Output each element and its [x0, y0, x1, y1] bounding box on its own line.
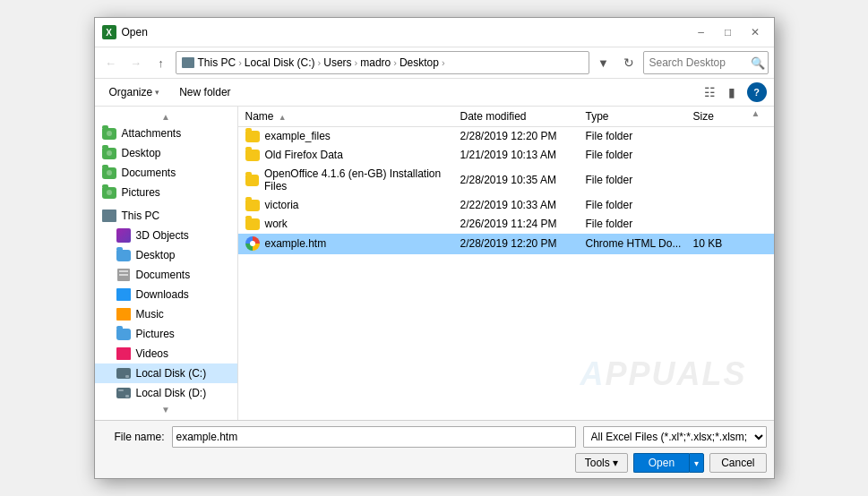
- dropdown-button[interactable]: ▼: [593, 53, 614, 73]
- sidebar-item-pictures-qa[interactable]: Pictures: [95, 183, 237, 202]
- col-header-type[interactable]: Type: [586, 110, 693, 123]
- file-cell-type: File folder: [586, 130, 693, 142]
- file-area: ▲ Name ▲ Date modified Type Size: [238, 107, 774, 420]
- breadcrumb-sep-1: ›: [238, 57, 242, 68]
- breadcrumb-segment-label: This PC: [198, 56, 236, 69]
- view-list-button[interactable]: ▮: [722, 82, 742, 102]
- title-bar: X Open – □ ✕: [95, 18, 774, 47]
- documents-icon: [116, 268, 131, 282]
- view-details-button[interactable]: ☷: [700, 82, 720, 102]
- folder-green-icon-2: [102, 146, 116, 160]
- file-cell-type: File folder: [586, 218, 693, 230]
- videos-icon: [116, 346, 131, 361]
- breadcrumb-local-disk[interactable]: Local Disk (C:): [245, 56, 315, 69]
- open-button-group: Open ▾: [633, 453, 704, 473]
- col-header-date[interactable]: Date modified: [460, 110, 586, 123]
- chrome-file-icon: [245, 236, 260, 251]
- dialog-title: Open: [122, 26, 684, 38]
- help-button[interactable]: ?: [747, 82, 767, 102]
- sidebar-item-local-disk-c[interactable]: Local Disk (C:): [95, 363, 237, 383]
- search-input[interactable]: [643, 51, 769, 74]
- scroll-down-indicator[interactable]: ▼: [95, 403, 237, 416]
- filename-label: File name:: [102, 431, 165, 443]
- scroll-up-indicator[interactable]: ▲: [95, 110, 237, 124]
- up-button[interactable]: ↑: [150, 53, 172, 73]
- forward-button[interactable]: →: [125, 53, 147, 73]
- file-cell-type: File folder: [586, 199, 693, 211]
- breadcrumb-users[interactable]: Users: [323, 56, 351, 69]
- table-row[interactable]: work 2/26/2019 11:24 PM File folder: [238, 215, 774, 234]
- sidebar-item-videos[interactable]: Videos: [95, 344, 237, 363]
- search-button[interactable]: 🔍: [751, 56, 765, 70]
- filename-input[interactable]: [172, 426, 576, 448]
- file-cell-date: 1/21/2019 10:13 AM: [460, 149, 586, 161]
- breadcrumb-sep-2: ›: [318, 57, 322, 68]
- table-row[interactable]: OpenOffice 4.1.6 (en-GB) Installation Fi…: [238, 165, 774, 196]
- sidebar-item-pictures[interactable]: Pictures: [95, 324, 237, 344]
- open-button[interactable]: Open: [633, 453, 689, 473]
- music-icon: [116, 307, 131, 321]
- file-cell-type: Chrome HTML Do...: [586, 237, 693, 250]
- folder-green-icon: [102, 126, 116, 141]
- organize-button[interactable]: Organize ▾: [102, 84, 168, 100]
- sidebar-item-downloads[interactable]: Downloads: [95, 285, 237, 304]
- window-controls: – □ ✕: [690, 23, 767, 41]
- sidebar-label-desktop: Desktop: [136, 249, 176, 261]
- sidebar-label-local-disk-c: Local Disk (C:): [136, 367, 207, 380]
- sidebar-item-desktop-qa[interactable]: Desktop: [95, 143, 237, 163]
- open-dropdown-button[interactable]: ▾: [689, 453, 704, 473]
- sidebar-label-attachments: Attachments: [122, 127, 182, 140]
- sidebar-label-local-disk-d: Local Disk (D:): [136, 387, 207, 399]
- file-cell-name: example.htm: [245, 236, 460, 251]
- watermark: APPUALS: [580, 355, 746, 393]
- file-cell-name: work: [245, 218, 460, 230]
- tools-button[interactable]: Tools ▾: [575, 453, 628, 473]
- back-button[interactable]: ←: [100, 53, 122, 73]
- folder-yellow-icon: [245, 218, 260, 230]
- harddisk-icon: [116, 366, 131, 381]
- sidebar-label-music: Music: [136, 308, 164, 321]
- file-scroll-up[interactable]: ▲: [747, 107, 765, 120]
- file-cell-name: OpenOffice 4.1.6 (en-GB) Installation Fi…: [245, 167, 460, 192]
- sidebar-label-pictures: Pictures: [136, 328, 175, 340]
- table-row[interactable]: example_files 2/28/2019 12:20 PM File fo…: [238, 127, 774, 146]
- table-row[interactable]: victoria 2/22/2019 10:33 AM File folder: [238, 196, 774, 215]
- breadcrumb-desktop[interactable]: Desktop: [400, 56, 439, 69]
- sidebar-item-desktop[interactable]: Desktop: [95, 245, 237, 265]
- close-button[interactable]: ✕: [743, 23, 767, 41]
- sidebar-item-music[interactable]: Music: [95, 304, 237, 324]
- breadcrumb-bar[interactable]: This PC › Local Disk (C:) › Users › madr…: [176, 51, 589, 74]
- file-cell-name: victoria: [245, 199, 460, 211]
- col-header-name[interactable]: Name ▲: [245, 110, 460, 123]
- tools-label: Tools: [585, 457, 610, 469]
- sidebar-item-documents-qa[interactable]: Documents: [95, 163, 237, 183]
- sidebar-item-this-pc[interactable]: This PC: [95, 206, 237, 226]
- cancel-button[interactable]: Cancel: [709, 453, 766, 473]
- folder-green-icon-3: [102, 166, 116, 180]
- minimize-button[interactable]: –: [690, 23, 713, 41]
- table-row-selected[interactable]: example.htm 2/28/2019 12:20 PM Chrome HT…: [238, 234, 774, 254]
- sidebar-item-local-disk-d[interactable]: Local Disk (D:): [95, 383, 237, 403]
- new-folder-button[interactable]: New folder: [172, 84, 237, 100]
- view-buttons: ☷ ▮: [700, 82, 742, 102]
- sidebar-label-desktop-qa: Desktop: [122, 147, 161, 159]
- filetype-select[interactable]: All Excel Files (*.xl*;*.xlsx;*.xlsm;: [583, 426, 767, 448]
- sidebar-item-3dobjects[interactable]: 3D Objects: [95, 226, 237, 245]
- sidebar-item-attachments[interactable]: Attachments: [95, 124, 237, 143]
- sidebar-item-documents[interactable]: Documents: [95, 265, 237, 285]
- table-row[interactable]: Old Firefox Data 1/21/2019 10:13 AM File…: [238, 146, 774, 165]
- breadcrumb-this-pc[interactable]: This PC: [182, 56, 236, 69]
- file-cell-date: 2/26/2019 11:24 PM: [460, 218, 586, 230]
- harddisk-d-icon: [116, 386, 131, 400]
- sidebar-label-this-pc: This PC: [122, 210, 160, 222]
- file-cell-size: 10 KB: [693, 237, 765, 250]
- breadcrumb-madro[interactable]: madro: [360, 56, 391, 69]
- sidebar-label-videos: Videos: [136, 347, 168, 360]
- organize-label: Organize: [109, 86, 153, 98]
- toolbar: Organize ▾ New folder ☷ ▮ ?: [95, 79, 774, 107]
- folder-yellow-icon: [245, 131, 260, 142]
- refresh-button[interactable]: ↻: [618, 53, 640, 73]
- folder-blue-icon: [116, 248, 131, 262]
- sort-arrow: ▲: [279, 113, 287, 122]
- maximize-button[interactable]: □: [717, 23, 740, 41]
